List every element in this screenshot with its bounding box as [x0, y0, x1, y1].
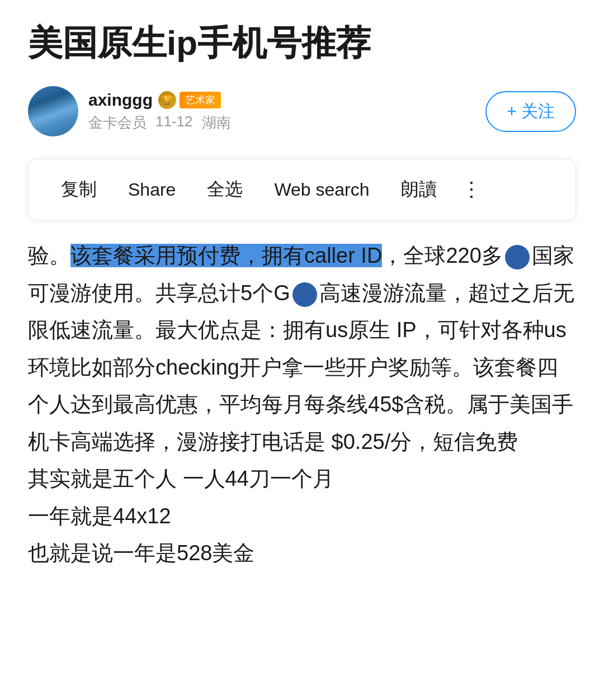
blue-dot-2 [292, 282, 317, 307]
author-details: axinggg 🏆 艺术家 金卡会员 11-12 湖南 [88, 91, 231, 133]
menu-copy[interactable]: 复制 [45, 171, 112, 209]
author-row: axinggg 🏆 艺术家 金卡会员 11-12 湖南 + 关注 [28, 86, 576, 136]
menu-web-search[interactable]: Web search [258, 173, 385, 207]
content-area: 验。该套餐采用预付费，拥有caller ID，全球220多国家可漫游使用。共享总… [28, 237, 576, 572]
author-info-section: axinggg 🏆 艺术家 金卡会员 11-12 湖南 [28, 86, 231, 136]
context-menu: 复制 Share 全选 Web search 朗讀 ⋮ [28, 159, 576, 220]
follow-button[interactable]: + 关注 [485, 91, 576, 132]
content-paragraph: 验。该套餐采用预付费，拥有caller ID，全球220多国家可漫游使用。共享总… [28, 237, 576, 572]
content-highlighted: 该套餐采用预付费，拥有caller ID [70, 244, 382, 267]
author-location: 湖南 [202, 113, 231, 133]
badge-artist-label: 艺术家 [180, 92, 221, 108]
badge-trophy-icon: 🏆 [162, 94, 173, 105]
author-meta: 金卡会员 11-12 湖南 [88, 113, 231, 133]
member-level: 金卡会员 [88, 113, 147, 133]
badge-container: 🏆 艺术家 [158, 91, 221, 109]
content-pre-highlight: 验。 [28, 244, 70, 267]
menu-select-all[interactable]: 全选 [191, 171, 258, 209]
page-title: 美国原生ip手机号推荐 [28, 22, 576, 64]
post-date: 11-12 [155, 113, 193, 133]
avatar [28, 86, 78, 136]
author-name: axinggg [88, 91, 153, 110]
menu-share[interactable]: Share [112, 173, 191, 207]
blue-dot-1 [505, 245, 530, 269]
author-name-row: axinggg 🏆 艺术家 [88, 91, 231, 110]
more-options-icon[interactable]: ⋮ [452, 171, 492, 208]
badge-icon: 🏆 [158, 91, 176, 109]
menu-read-aloud[interactable]: 朗讀 [385, 171, 452, 209]
